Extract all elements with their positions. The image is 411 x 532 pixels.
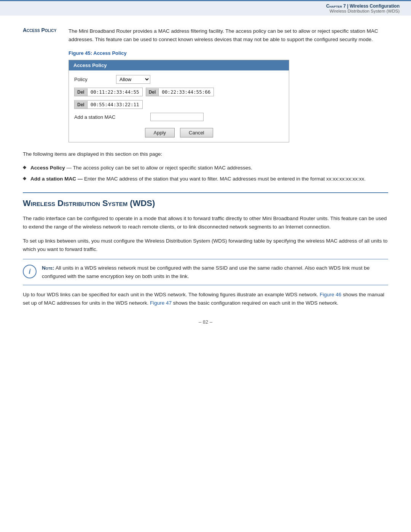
wds-para3: Up to four WDS links can be specified fo… (23, 291, 388, 308)
mac-entry-1: Del 00:11:22:33:44:55 (74, 88, 143, 96)
mac-del-btn-2[interactable]: Del (146, 88, 159, 96)
header-section: Wireless Configuration (350, 3, 400, 9)
header-separator: | (347, 3, 348, 9)
mac-entries-row2: Del 00:55:44:33:22:11 (74, 100, 284, 109)
bullet-1-text: Access Policy — The access policy can be… (30, 164, 388, 172)
info-icon: i (23, 265, 37, 278)
bullet-2-text: Add a station MAC — Enter the MAC addres… (30, 175, 388, 183)
wds-para1: The radio interface can be configured to… (23, 214, 388, 232)
mac-del-btn-1[interactable]: Del (75, 88, 88, 96)
note-box: i Note: All units in a WDS wireless netw… (23, 259, 388, 285)
access-policy-intro: Access Policy The Mini Broadband Router … (23, 27, 388, 43)
wds-para2: To set up links between units, you must … (23, 237, 388, 254)
apply-button[interactable]: Apply (145, 128, 175, 137)
ap-box-body: Policy Allow Deny Del 00:11:22:33:44:55 … (69, 70, 289, 142)
bullet-2-term: Add a station MAC — (30, 176, 83, 182)
figure-caption: Figure 45: Access Policy (68, 50, 388, 56)
chapter-num: 7 (343, 3, 346, 9)
note-body: All units in a WDS wireless network must… (42, 265, 370, 279)
mac-addr-3: 00:55:44:33:22:11 (88, 101, 142, 109)
section-divider (23, 192, 388, 193)
access-policy-label: Access Policy (23, 27, 68, 43)
mac-entry-2: Del 00:22:33:44:55:66 (146, 88, 214, 96)
mac-addr-2: 00:22:33:44:55:66 (159, 88, 213, 96)
policy-label: Policy (74, 77, 116, 82)
cancel-button[interactable]: Cancel (180, 128, 213, 137)
wds-heading: Wireless Distribution System (WDS) (23, 198, 388, 208)
ap-btn-row: Apply Cancel (74, 126, 284, 137)
note-label: Note: (42, 265, 54, 271)
figure46-link[interactable]: Figure 46 (320, 292, 341, 297)
policy-select-wrap[interactable]: Allow Deny (116, 75, 150, 84)
chapter-label: Chapter (326, 3, 342, 9)
figure47-link[interactable]: Figure 47 (150, 300, 172, 306)
bullet-1: Access Policy — The access policy can be… (23, 164, 388, 172)
policy-select[interactable]: Allow Deny (116, 75, 150, 84)
main-content: Access Policy The Mini Broadband Router … (0, 16, 411, 344)
mac-entry-3: Del 00:55:44:33:22:11 (74, 100, 143, 109)
bullet-1-term: Access Policy (30, 165, 65, 171)
following-text: The following items are displayed in thi… (23, 150, 388, 158)
header-subsection: Wireless Distribution System (WDS) (330, 9, 400, 13)
wds-heading-text: Wireless Distribution System (WDS) (23, 198, 155, 208)
add-mac-label: Add a station MAC (74, 114, 150, 120)
add-mac-row: Add a station MAC (74, 113, 284, 121)
page-header: Chapter 7 | Wireless Configuration Wirel… (0, 0, 411, 16)
ap-box-header: Access Policy (69, 60, 289, 70)
bullet-1-desc: The access policy can be set to allow or… (73, 165, 252, 171)
mac-del-btn-3[interactable]: Del (75, 101, 88, 109)
note-text: Note: All units in a WDS wireless networ… (42, 264, 388, 280)
bullet-2-desc: Enter the MAC address of the station tha… (84, 176, 366, 182)
add-mac-input[interactable] (150, 113, 204, 121)
access-policy-box: Access Policy Policy Allow Deny Del 00:1… (68, 60, 289, 142)
mac-entries: Del 00:11:22:33:44:55 Del 00:22:33:44:55… (74, 88, 284, 96)
policy-row: Policy Allow Deny (74, 75, 284, 84)
bullet-1-separator: — (67, 165, 73, 171)
access-policy-intro-text: The Mini Broadband Router provides a MAC… (68, 27, 388, 43)
bullet-2: Add a station MAC — Enter the MAC addres… (23, 175, 388, 183)
page-number: – 82 – (23, 319, 388, 332)
mac-addr-1: 00:11:22:33:44:55 (88, 88, 142, 96)
